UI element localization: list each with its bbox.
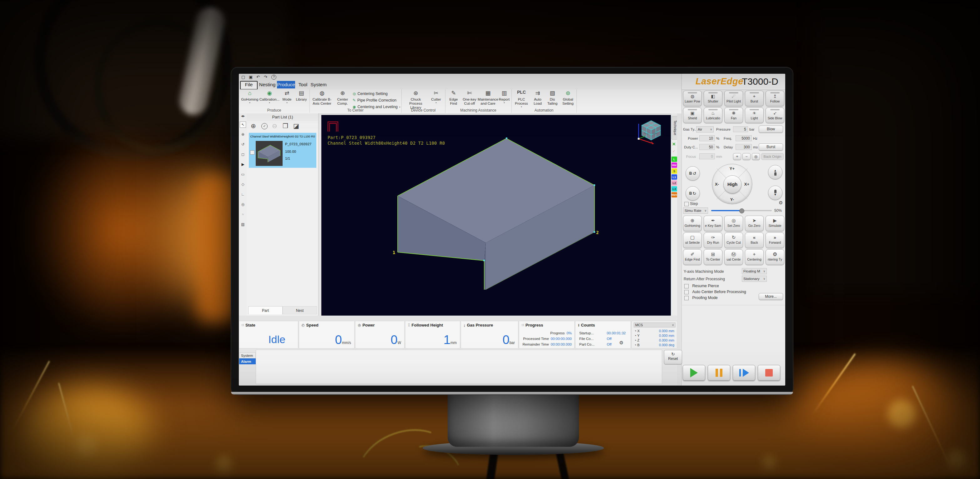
dry-run-button[interactable]: ✑Dry Run [704,233,722,248]
jog-x-minus[interactable]: X- [715,182,719,187]
back-origin-button[interactable]: Back Origin [761,153,784,160]
fit-view-icon[interactable]: ◻ [239,152,247,157]
global-setting-button[interactable]: ⊚ Global Setting [560,90,576,106]
auto-center-checkbox[interactable] [684,290,689,294]
material-tool-icon[interactable]: ▨ [239,222,247,227]
side-blow-toggle[interactable]: ➶Side Blow [765,108,784,123]
burst-toggle[interactable]: ⌖Burst [745,90,764,106]
save-icon[interactable]: ▣ [249,75,253,79]
jog-settings-gear-icon[interactable]: ⚙ [779,200,783,206]
forward-button[interactable]: »Forward [765,233,784,248]
resume-pierce-checkbox[interactable] [684,284,689,289]
layer-chip-l1[interactable]: L1 [671,174,677,180]
more-button[interactable]: More... [759,293,783,300]
dis-tailing-button[interactable]: ▧ Dis Tailing [545,90,560,106]
go-zero-button[interactable]: ➤Go Zero [745,216,764,231]
jog-x-plus[interactable]: X+ [744,182,749,187]
report-button[interactable]: ▥ Report ▾ [498,90,511,103]
layer-chip-l3[interactable]: L3 [671,186,677,192]
remove-part-icon[interactable]: ⊖ [272,122,277,130]
cut-selected-button[interactable]: ▢ut Selecte [683,233,702,248]
tab-technique[interactable]: Technique [671,116,678,140]
pause-button[interactable] [708,365,730,381]
manual-center-button[interactable]: Ⓜual Cente [724,249,743,265]
one-key-sample-button[interactable]: ✒e Key Sam [704,216,722,231]
b-axis-cw-button[interactable]: B ↻ [686,186,700,201]
view-cube[interactable]: Front Right [635,117,664,144]
focus-field[interactable]: 0 [699,154,715,159]
part-list-item[interactable]: Channel Steel Width80xHeight40 D2 T2 L10… [249,133,317,168]
rotate-view-icon[interactable]: ↺ [239,142,247,146]
layer-chip-l2[interactable]: L2 [671,180,677,186]
layer-chip-l[interactable]: L [671,157,677,162]
gohoming-button[interactable]: ⌂ GoHoming ▾ [241,90,259,103]
resume-step-button[interactable] [733,365,755,381]
menu-file[interactable]: File [240,81,258,90]
pressure-field[interactable]: 5 [733,126,748,132]
view-3d-icon[interactable]: ◇ [239,182,247,187]
start-button[interactable] [683,365,705,381]
centering-type-button[interactable]: ❂ntering Ty [765,249,784,265]
center-comp-button[interactable]: ⊕ Center Comp. [334,90,352,106]
preview-tool-icon[interactable]: ◎ [239,202,247,206]
follow-toggle[interactable]: ↥Follow [765,90,784,106]
laser-power-toggle[interactable]: ◍Laser Pow [683,90,702,106]
undo-icon[interactable]: ↶ [256,75,260,79]
focus-minus-button[interactable]: − [743,153,751,160]
delay-field[interactable]: 300 [735,144,752,150]
apply-icon[interactable]: ✓ [672,149,676,154]
focus-plus-button[interactable]: + [733,153,741,160]
set-zero-button[interactable]: ◎Set Zero [724,216,743,231]
edge-find-button[interactable]: ✎ Edge Find [446,90,461,106]
close-icon[interactable]: ✕ [672,141,676,146]
lubricate-toggle[interactable]: ♨Lubricatio [704,108,722,123]
coordinate-system-select[interactable]: MCS ∨ [634,322,676,327]
menu-system[interactable]: System [310,81,327,89]
stop-button[interactable] [758,365,780,381]
centering-button[interactable]: ⌖Centering [745,249,764,265]
part-view-icon[interactable]: ❒ [283,122,288,130]
centering-setting-button[interactable]: ◎ Centering Setting [353,90,400,97]
tab-nest[interactable]: Nest [283,306,317,314]
pilot-light-toggle[interactable]: ☄Pilot Light [724,90,743,106]
pan-tool-icon[interactable]: ⊕ [239,132,247,136]
help-icon[interactable]: ? [271,75,276,80]
viewport-3d[interactable]: Part:P_0723_093927 Channel Steel Width80… [321,115,671,316]
shutter-toggle[interactable]: ◧Shutter [704,90,722,106]
b-axis-ccw-button[interactable]: B ↺ [686,166,700,181]
y-axis-mode-select[interactable]: Floating M ∨ [742,268,767,274]
profile-tool-icon[interactable]: ∟ [239,192,247,197]
one-key-cutoff-button[interactable]: ✄ One-key Cut-off [461,90,478,106]
proofing-mode-checkbox[interactable] [684,296,689,300]
simu-rate-select[interactable]: Simu Rate ∨ [683,208,708,214]
menu-nesting[interactable]: Nesting [258,81,276,89]
cycle-cut-button[interactable]: ↻Cycle Cut [724,233,743,248]
light-toggle[interactable]: ☀Light [745,108,764,123]
jog-y-plus[interactable]: Y+ [730,166,735,171]
plc-process-button[interactable]: PLC PLC Process ▾ [513,90,530,108]
burst-button[interactable]: Burst [759,143,783,151]
shield-toggle[interactable]: ▣Shield [683,108,702,123]
to-center-button[interactable]: ⊞To Center [704,249,722,265]
simulate-button[interactable]: ▶Simulate [765,216,784,231]
menu-tool[interactable]: Tool [296,81,309,89]
chuck-process-library-button[interactable]: ⊛ Chuck Process Library [404,90,428,109]
step-checkbox[interactable] [684,202,689,206]
redo-icon[interactable]: ↷ [264,75,267,79]
z-up-button[interactable]: ▲ [768,165,783,179]
power-field[interactable]: 10 [699,135,715,141]
counts-gear-icon[interactable]: ⚙ [619,340,623,346]
reset-button[interactable]: ↻ Reset [664,350,682,364]
fan-toggle[interactable]: ❋Fan [724,108,743,123]
layer-chip-s[interactable]: S [671,168,677,174]
maintenance-button[interactable]: ▦ Maintenance and Care [478,90,498,106]
blow-button[interactable]: Blow [759,125,783,133]
erase-part-icon[interactable]: ◪ [293,122,299,130]
slider-thumb[interactable] [739,208,744,213]
jog-y-minus[interactable]: Y- [730,197,734,202]
tube-tool-icon[interactable]: ≈ [239,212,247,217]
return-mode-select[interactable]: Stationary ∨ [742,276,767,282]
library-button[interactable]: ▤ Library [294,90,308,102]
menu-produce[interactable]: Produce [277,81,295,89]
measure-tool-icon[interactable]: ▭ [239,172,247,176]
